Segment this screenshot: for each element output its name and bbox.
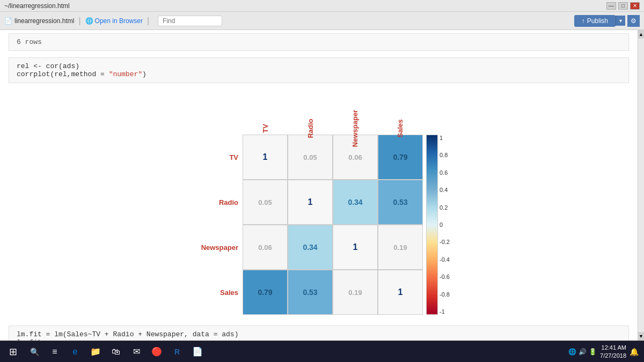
legend-label-02: 0.2 [440,204,450,211]
legend-label-06: 0.6 [440,169,450,176]
code-line-2: corrplot(rel,method = "number") [17,70,621,78]
legend-label-n02: -0.2 [440,239,450,245]
edge-icon[interactable]: e [65,342,85,361]
open-in-browser-button[interactable]: 🌐 Open in Browser [85,17,143,25]
row-count-text: 6 rows [17,38,42,46]
find-input[interactable] [158,16,222,26]
legend-bar [426,135,438,315]
close-button[interactable]: ✕ [630,2,640,10]
row-label-tv: TV [200,135,243,180]
notification-bell[interactable]: 🔔 [630,348,639,356]
cell-radio-tv: 0.05 [243,180,288,225]
publish-icon: ↑ [582,17,585,25]
matrix-row-tv: TV 1 0.05 0.06 0.79 [200,135,423,180]
clock-date: 7/27/2018 [600,352,626,359]
legend-label-n06: -0.6 [440,274,450,280]
toolbar: 📄 linearregression.html | 🌐 Open in Brow… [0,12,644,30]
window-title: ~/linearregression.html [4,2,70,10]
row-label-sales: Sales [200,270,243,315]
battery-icon: 🔋 [589,348,597,356]
row-label-newspaper: Newspaper [200,225,243,270]
time-display: 12:41 AM 7/27/2018 [600,344,626,359]
task-view-button[interactable]: ≡ [45,342,64,361]
cell-sales-tv: 0.79 [243,270,288,315]
cell-newspaper-radio: 0.34 [288,225,333,270]
col-label-newspaper: Newspaper [333,92,378,135]
store-icon[interactable]: 🛍 [106,342,126,361]
legend-label-04: 0.4 [440,187,450,193]
explorer-icon[interactable]: 📁 [86,342,105,361]
taskbar: ⊞ 🔍 ≡ e 📁 🛍 ✉ 🔴 R 📄 🌐 🔊 🔋 12:41 AM 7/27/… [0,341,644,362]
minimize-button[interactable]: — [606,2,616,10]
cell-newspaper-newspaper: 1 [333,225,378,270]
code-block-1: rel <- cor(ads) corrplot(rel,method = "n… [9,57,629,83]
scroll-up[interactable]: ▲ [638,30,644,39]
cell-sales-newspaper: 0.19 [333,270,378,315]
legend-label-1: 1 [440,135,450,141]
cell-newspaper-sales: 0.19 [378,225,423,270]
legend-label-08: 0.8 [440,152,450,158]
scrollbar[interactable]: ▲ ▼ [638,30,644,341]
tab-linearregression[interactable]: 📄 linearregression.html [4,17,74,25]
cell-radio-sales: 0.53 [378,180,423,225]
clock-time: 12:41 AM [600,344,626,351]
legend-label-n04: -0.4 [440,256,450,263]
maximize-button[interactable]: □ [618,2,628,10]
code-line-lm1: lm.fit = lm(Sales~TV + Radio + Newspaper… [17,330,621,338]
legend-label-n1: -1 [440,308,450,315]
cell-tv-sales: 0.79 [378,135,423,180]
start-button[interactable]: ⊞ [2,342,24,361]
col-labels: TV Radio Newspaper Sales [243,92,423,135]
search-button[interactable]: 🔍 [25,342,44,361]
legend-label-n08: -0.8 [440,291,450,298]
scroll-down[interactable]: ▼ [638,332,644,341]
cell-radio-radio: 1 [288,180,333,225]
col-label-sales: Sales [378,92,423,135]
cell-newspaper-tv: 0.06 [243,225,288,270]
mail-icon[interactable]: ✉ [127,342,146,361]
row-label-radio: Radio [200,180,243,225]
acrobat-icon[interactable]: 📄 [188,342,207,361]
cell-sales-radio: 0.53 [288,270,333,315]
notification-area: 🌐 🔊 🔋 [568,348,597,356]
matrix-row-newspaper: Newspaper 0.06 0.34 1 0.19 [200,225,423,270]
network-icon: 🌐 [568,348,576,356]
browser-icon: 🌐 [85,17,93,25]
title-bar: ~/linearregression.html — □ ✕ [0,0,644,12]
matrix-rows: TV 1 0.05 0.06 0.79 Radio 0.05 1 0.34 [200,135,423,315]
cell-sales-sales: 1 [378,270,423,315]
publish-button[interactable]: ↑ Publish [574,15,616,27]
col-label-tv: TV [243,92,288,135]
r-icon[interactable]: R [167,342,187,361]
speaker-icon: 🔊 [579,348,587,356]
row-count-block: 6 rows [9,33,629,51]
publish-dropdown-button[interactable]: ▾ [616,16,625,26]
col-label-radio: Radio [288,92,333,135]
matrix-row-sales: Sales 0.79 0.53 0.19 1 [200,270,423,315]
cell-tv-tv: 1 [243,135,288,180]
tab-icon: 📄 [4,17,12,25]
cell-radio-newspaper: 0.34 [333,180,378,225]
main-content: 6 rows rel <- cor(ads) corrplot(rel,meth… [0,30,638,341]
code-line-1: rel <- cor(ads) [17,62,621,70]
taskbar-right: 🌐 🔊 🔋 12:41 AM 7/27/2018 🔔 [568,344,642,359]
cell-tv-radio: 0.05 [288,135,333,180]
correlation-plot: TV Radio Newspaper Sales [0,92,638,315]
settings-icon-button[interactable]: ⚙ [627,15,640,27]
matrix-row-radio: Radio 0.05 1 0.34 0.53 [200,180,423,225]
opera-icon[interactable]: 🔴 [147,342,166,361]
legend-label-0: 0 [440,221,450,228]
code-block-2: lm.fit = lm(Sales~TV + Radio + Newspaper… [9,326,629,341]
